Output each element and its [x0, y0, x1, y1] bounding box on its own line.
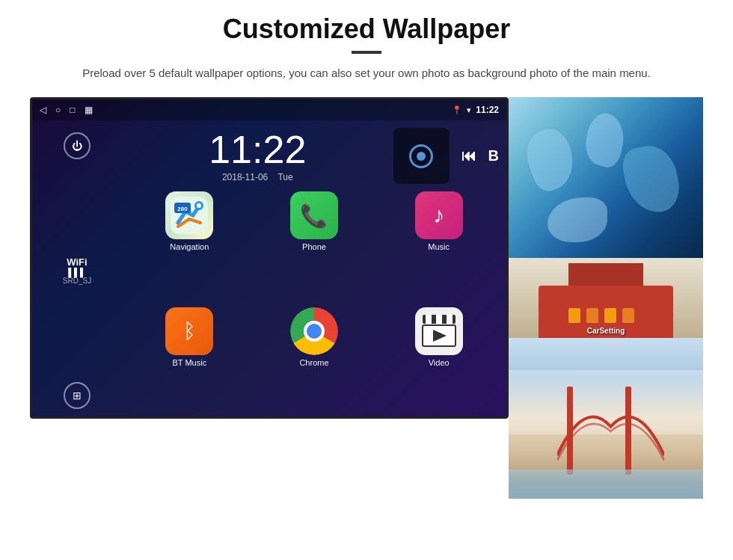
app-item-music[interactable]: ♪ Music	[378, 191, 499, 303]
clock-time: 11:22	[129, 130, 386, 169]
navigation-icons: ◁ ○ □ ▦	[40, 105, 93, 115]
wifi-label: WiFi	[63, 256, 91, 268]
clock-block: 11:22 2018-11-06 Tue	[129, 130, 386, 182]
wifi-name: SRD_SJ	[63, 277, 91, 285]
video-label: Video	[429, 358, 450, 367]
svg-rect-7	[436, 315, 442, 324]
status-time: 11:22	[476, 105, 499, 115]
location-icon: 📍	[452, 105, 462, 115]
chrome-icon	[290, 307, 338, 355]
subtitle: Preload over 5 default wallpaper options…	[30, 64, 703, 82]
navigation-icon: 280	[165, 191, 213, 239]
device-container: ◁ ○ □ ▦ 📍 ▾ 11:22 ⏻ WiFi	[30, 97, 703, 499]
clock-date: 2018-11-06 Tue	[129, 172, 386, 182]
navigation-label: Navigation	[170, 242, 209, 251]
wifi-status-icon: ▾	[467, 105, 471, 115]
page-title: Customized Wallpaper	[30, 13, 703, 45]
wifi-signal: ▌▌▌	[63, 268, 91, 277]
left-sidebar: ⏻ WiFi ▌▌▌ SRD_SJ ⊞	[32, 120, 122, 419]
media-dot	[409, 144, 433, 168]
letter-b-display: B	[488, 147, 499, 164]
skip-back-button[interactable]: ⏮	[461, 147, 476, 164]
wallpaper-section: CarSetting	[509, 97, 703, 499]
wifi-info: WiFi ▌▌▌ SRD_SJ	[63, 256, 91, 285]
chrome-label: Chrome	[299, 358, 328, 367]
svg-rect-8	[447, 315, 453, 324]
page-wrapper: Customized Wallpaper Preload over 5 defa…	[0, 0, 733, 506]
title-divider	[352, 51, 381, 54]
media-widgets: ⏮ B	[393, 128, 499, 184]
app-grid: 280 Navigation 📞	[122, 188, 506, 419]
app-item-video[interactable]: Video	[378, 307, 499, 419]
screen-content: ⏻ WiFi ▌▌▌ SRD_SJ ⊞ 11:22	[32, 120, 506, 419]
app-item-phone[interactable]: 📞 Phone	[254, 191, 375, 303]
recent-icon: □	[70, 105, 75, 115]
apps-button[interactable]: ⊞	[64, 382, 91, 409]
svg-text:280: 280	[178, 206, 188, 212]
media-inner-dot	[417, 152, 426, 161]
wallpaper-bridge[interactable]	[509, 338, 703, 499]
media-widget[interactable]	[393, 128, 450, 184]
app-item-navigation[interactable]: 280 Navigation	[129, 191, 250, 303]
back-icon: ◁	[40, 105, 46, 115]
music-label: Music	[428, 242, 450, 251]
svg-point-4	[197, 203, 201, 208]
phone-label: Phone	[302, 242, 326, 251]
screenshot-icon: ▦	[85, 105, 93, 115]
wallpaper-ice[interactable]	[509, 97, 703, 258]
android-screen: ◁ ○ □ ▦ 📍 ▾ 11:22 ⏻ WiFi	[30, 97, 509, 419]
app-item-chrome[interactable]: Chrome	[254, 307, 375, 419]
status-right: 📍 ▾ 11:22	[452, 105, 499, 115]
music-icon: ♪	[415, 191, 463, 239]
video-icon	[415, 307, 463, 355]
wallpaper-carsetting[interactable]: CarSetting	[509, 258, 703, 338]
svg-rect-6	[426, 315, 432, 324]
power-button[interactable]: ⏻	[64, 132, 91, 159]
carsetting-label: CarSetting	[587, 327, 625, 335]
home-icon: ○	[55, 105, 61, 115]
main-area: 11:22 2018-11-06 Tue	[122, 120, 506, 419]
clock-section: 11:22 2018-11-06 Tue	[122, 120, 506, 188]
bt-music-label: BT Music	[173, 358, 207, 367]
app-item-bt-music[interactable]: ᛒ BT Music	[129, 307, 250, 419]
phone-icon: 📞	[290, 191, 338, 239]
bt-music-icon: ᛒ	[165, 307, 213, 355]
status-bar: ◁ ○ □ ▦ 📍 ▾ 11:22	[32, 99, 506, 120]
